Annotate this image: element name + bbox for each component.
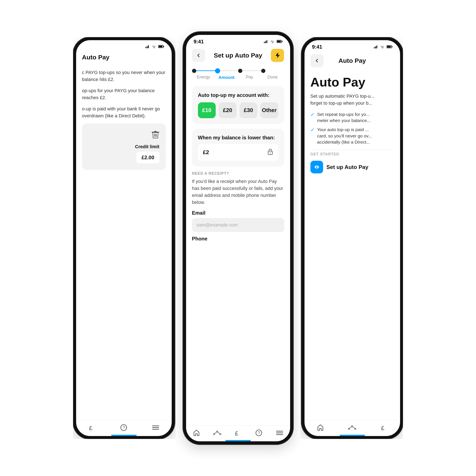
status-icons-right	[374, 44, 392, 50]
step-dot-energy	[192, 69, 196, 73]
nav-usage-center[interactable]	[212, 429, 222, 437]
svg-rect-37	[375, 46, 376, 49]
amount-btn-30[interactable]: £30	[239, 102, 257, 118]
bullet-list: ✓ Set repeat top-ups for yo...meter when…	[310, 111, 394, 145]
left-body-text-1: c PAYG top-ups so you never when your ba…	[82, 69, 166, 83]
receipt-text: If you'd like a receipt when your Auto P…	[192, 178, 284, 206]
check-item-1: ✓ Set repeat top-ups for yo...meter when…	[310, 111, 394, 124]
check-text-2: Your auto top-up is paid ...card, so you…	[317, 126, 372, 145]
amount-btn-20[interactable]: £20	[219, 102, 237, 118]
receipt-section: NEED A RECEIPT? If you'd like a receipt …	[192, 171, 284, 242]
amount-grid: £10 £20 £30 Other	[198, 102, 278, 118]
step-pay: Pay	[238, 69, 261, 80]
nav-usage-right[interactable]	[347, 423, 357, 432]
nav-menu-center[interactable]	[274, 429, 285, 437]
infinity-icon	[310, 161, 323, 173]
receipt-heading: NEED A RECEIPT?	[192, 171, 284, 176]
svg-point-42	[348, 428, 350, 429]
bottom-nav-left: £ ?	[76, 420, 172, 436]
svg-line-28	[215, 432, 217, 434]
balance-card: When my balance is lower than: £2	[192, 129, 284, 167]
right-big-title: Auto Pay	[310, 75, 394, 89]
center-nav-header: Set up Auto Pay	[186, 47, 290, 66]
nav-home-center[interactable]	[191, 429, 202, 437]
svg-point-24	[270, 153, 271, 153]
back-button-right[interactable]	[310, 54, 323, 67]
svg-point-43	[351, 426, 353, 427]
wifi-icon	[152, 44, 156, 50]
left-nav-header: Auto Pay	[76, 51, 172, 65]
nav-pound-right[interactable]: £	[379, 423, 389, 432]
credit-value: £2.00	[136, 152, 159, 163]
setup-autopay-btn[interactable]: Set up Auto Pay	[310, 159, 394, 175]
setup-btn-text: Set up Auto Pay	[326, 164, 368, 170]
step-dot-amount	[215, 68, 220, 73]
check-text-1: Set repeat top-ups for yo...meter when y…	[317, 111, 371, 124]
amount-btn-10[interactable]: £10	[198, 102, 216, 118]
email-input[interactable]: sam@example.com	[192, 218, 284, 232]
svg-text:?: ?	[123, 425, 125, 430]
nav-help-center[interactable]: ?	[254, 429, 264, 437]
step-done: Done	[261, 69, 284, 80]
svg-rect-0	[146, 47, 146, 48]
back-button-center[interactable]	[192, 49, 205, 62]
step-label-done: Done	[268, 75, 278, 80]
nav-home-right[interactable]	[315, 423, 326, 432]
topup-card-title: Auto top-up my account with:	[198, 92, 278, 98]
signal-icon	[146, 44, 150, 50]
status-time-center: 9:41	[194, 39, 204, 45]
center-page-title: Set up Auto Pay	[214, 52, 262, 59]
amount-btn-other[interactable]: Other	[260, 102, 278, 118]
nav-pound-center[interactable]: £	[233, 429, 243, 437]
svg-rect-36	[374, 47, 375, 49]
step-label-energy: Energy	[197, 75, 210, 80]
svg-rect-19	[266, 40, 267, 43]
right-page-title: Auto Pay	[338, 57, 366, 64]
step-dot-done	[261, 69, 265, 73]
status-bar-left	[76, 40, 172, 51]
bottom-nav-center: £ ?	[186, 425, 290, 441]
status-bar-right: 9:41	[305, 40, 400, 52]
status-icons-left	[146, 44, 164, 50]
left-phone: Auto Pay c PAYG top-ups so you never whe…	[73, 37, 175, 439]
center-phone: 9:41 Set up Auto Pay	[183, 32, 293, 444]
trash-icon	[152, 130, 159, 141]
topup-card: Auto top-up my account with: £10 £20 £30…	[192, 86, 284, 124]
svg-rect-7	[154, 131, 156, 132]
balance-input-row[interactable]: £2	[198, 144, 278, 161]
svg-rect-21	[277, 41, 281, 42]
checkmark-1: ✓	[310, 112, 315, 118]
nav-icon-menu-left[interactable]	[150, 423, 161, 432]
bottom-nav-right: £	[305, 420, 400, 436]
email-label: Email	[192, 210, 284, 216]
center-content: Auto top-up my account with: £10 £20 £30…	[186, 84, 290, 425]
svg-rect-22	[282, 41, 283, 42]
delete-card: Credit limit £2.00	[82, 123, 166, 170]
check-item-2: ✓ Your auto top-up is paid ...card, so y…	[310, 126, 394, 145]
flash-button[interactable]	[271, 49, 284, 62]
nav-icon-pound-left[interactable]: £	[87, 423, 97, 432]
svg-rect-38	[376, 46, 377, 49]
step-amount: Amount	[215, 68, 238, 80]
scene: Auto Pay c PAYG top-ups so you never whe…	[0, 0, 476, 476]
svg-rect-5	[163, 46, 164, 47]
svg-text:£: £	[89, 425, 92, 431]
nav-icon-help-left[interactable]: ?	[119, 423, 129, 432]
svg-rect-1	[147, 46, 148, 48]
credit-label: Credit limit	[135, 144, 159, 150]
status-time-right: 9:41	[312, 44, 322, 50]
checkmark-2: ✓	[310, 127, 315, 133]
right-intro-text: Set up automatic PAYG top-u...forget to …	[310, 93, 394, 107]
svg-line-29	[218, 432, 220, 434]
svg-point-44	[355, 428, 356, 429]
phone-label: Phone	[192, 236, 284, 242]
svg-text:£: £	[235, 430, 238, 436]
svg-text:£: £	[381, 425, 384, 431]
svg-line-46	[353, 427, 355, 428]
signal-icon-right	[374, 44, 378, 50]
right-content: Auto Pay Set up automatic PAYG top-u...f…	[305, 71, 400, 180]
get-started-label: GET STARTED	[310, 150, 394, 156]
status-bar-center: 9:41	[186, 35, 290, 47]
svg-text:?: ?	[258, 431, 260, 435]
step-label-amount: Amount	[219, 75, 235, 80]
